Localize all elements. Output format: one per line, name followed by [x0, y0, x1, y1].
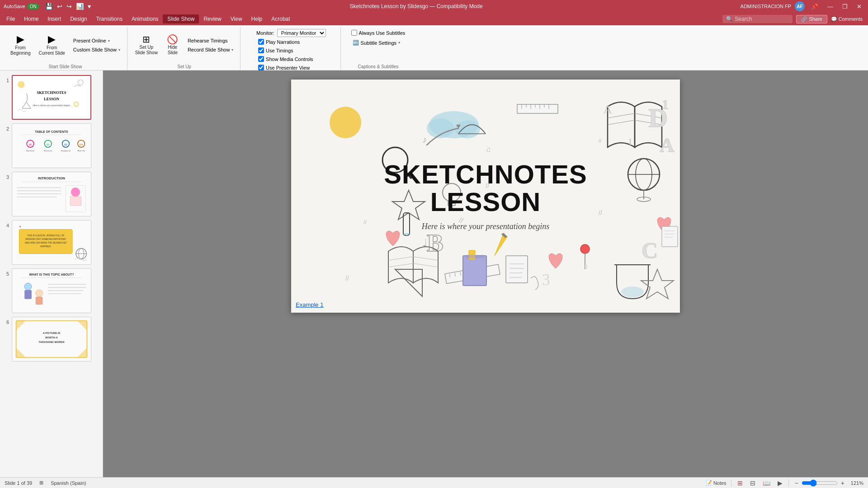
show-media-controls-checkbox[interactable]: Show Media Controls — [256, 55, 315, 63]
language-label: Spanish (Spain) — [51, 480, 86, 486]
svg-text:TABLE OF CONTENTS: TABLE OF CONTENTS — [35, 130, 68, 133]
present-online-button[interactable]: Present Online ▾ — [70, 37, 123, 45]
document-title: Sketchnotes Lesson by Slidesgo — Compati… — [92, 3, 741, 9]
ribbon-toggle-button[interactable]: 📌 — [808, 2, 821, 11]
slide-thumb-content-3: INTRODUCTION — [12, 172, 91, 216]
from-current-slide-button[interactable]: ▶ FromCurrent Slide — [35, 32, 68, 58]
search-input[interactable] — [735, 16, 789, 22]
user-avatar[interactable]: AF — [795, 1, 805, 11]
slide-num-2: 2 — [3, 126, 9, 131]
menu-home[interactable]: Home — [19, 14, 43, 23]
menu-slideshow[interactable]: Slide Show — [163, 14, 199, 23]
slide-thumb-content-4: ♥ THIS IS A QUOTE. WORDS FULL OF WISDOM … — [12, 221, 91, 264]
show-media-controls-input[interactable] — [258, 56, 264, 62]
zoom-slider[interactable] — [802, 479, 838, 487]
menu-help[interactable]: Help — [247, 14, 267, 23]
slide-item-5[interactable]: 5 WHAT IS THIS TOPIC ABOUT? — [2, 267, 101, 314]
status-right-area: 📝 Notes ⊞ ⊟ 📖 ▶ − + 121% — [706, 479, 863, 487]
slide-item-2[interactable]: 2 TABLE OF CONTENTS 01 02 03 04 Narr — [2, 122, 101, 169]
use-timings-input[interactable] — [258, 47, 264, 53]
menu-acrobat[interactable]: Acrobat — [267, 14, 294, 23]
close-button[interactable]: ✕ — [854, 2, 864, 11]
monitor-select[interactable]: Primary Monitor — [277, 29, 326, 37]
slide-thumb-content-2: TABLE OF CONTENTS 01 02 03 04 Narrations… — [12, 124, 91, 168]
slide-item-4[interactable]: 4 ♥ THIS IS A QUOTE. WORDS FULL OF WISDO… — [2, 219, 101, 266]
search-bar[interactable]: 🔍 — [722, 15, 793, 23]
autosave-toggle[interactable]: ON — [27, 4, 39, 9]
captions-subtitles-label: Captions & Subtitles — [358, 63, 398, 70]
restore-button[interactable]: ❐ — [840, 2, 850, 11]
menu-animations[interactable]: Animations — [127, 14, 163, 23]
svg-text:A PICTURE IS: A PICTURE IS — [43, 332, 61, 334]
always-use-subtitles-input[interactable] — [351, 30, 357, 36]
main-content: 1 SKETCHNOTES LESSON Here is where your … — [0, 70, 868, 477]
slide-thumb-content-6: A PICTURE IS WORTH A THOUSAND WORDS — [12, 317, 91, 361]
customize-qa-button[interactable]: ▾ — [86, 3, 92, 10]
svg-marker-50 — [16, 321, 26, 331]
menu-insert[interactable]: Insert — [43, 14, 66, 23]
menu-review[interactable]: Review — [199, 14, 226, 23]
slide-thumb-2[interactable]: TABLE OF CONTENTS 01 02 03 04 Narrations… — [12, 123, 91, 168]
normal-view-button[interactable]: ⊞ — [736, 479, 744, 487]
slide-item-6[interactable]: 6 A PICTURE IS WORTH A THOUSAND WORDS — [2, 316, 101, 362]
share-button[interactable]: 🔗 Share — [796, 15, 827, 23]
svg-text:WHAT IS THIS TOPIC ABOUT?: WHAT IS THIS TOPIC ABOUT? — [29, 273, 74, 276]
slide-content-area[interactable]: SKETCHNOTESLESSON Here is where your pre… — [291, 80, 680, 313]
notes-button[interactable]: 📝 Notes — [706, 480, 726, 486]
svg-text:♥: ♥ — [19, 225, 21, 228]
svg-text:WORTH A: WORTH A — [45, 336, 58, 339]
save-button[interactable]: 💾 — [44, 3, 54, 10]
menu-design[interactable]: Design — [66, 14, 91, 23]
always-use-subtitles-checkbox[interactable]: Always Use Subtitles — [349, 29, 407, 37]
notes-icon: 📝 — [706, 480, 712, 486]
redo-button[interactable]: ↪ — [65, 3, 73, 10]
slide-thumb-4[interactable]: ♥ THIS IS A QUOTE. WORDS FULL OF WISDOM … — [12, 220, 91, 265]
slide-canvas[interactable]: ♪ ♫ ♩ D A — [291, 80, 680, 313]
comments-button[interactable]: 💬 Comments — [827, 15, 866, 23]
menu-file[interactable]: File — [2, 14, 19, 23]
setup-dropdown-col: Rehearse Timings Record Slide Show ▾ — [184, 37, 237, 54]
set-up-slide-show-button[interactable]: ⊞ Set UpSlide Show — [132, 33, 161, 58]
play-narrations-checkbox[interactable]: Play Narrations — [256, 38, 302, 46]
start-slideshow-label: Start Slide Show — [48, 63, 82, 70]
use-presenter-view-input[interactable] — [258, 65, 264, 70]
slide-info: Slide 1 of 39 — [5, 480, 32, 486]
slide-item-1[interactable]: 1 SKETCHNOTES LESSON Here is where your … — [2, 74, 101, 121]
menu-transitions[interactable]: Transitions — [92, 14, 127, 23]
menu-view[interactable]: View — [226, 14, 247, 23]
presentation-button[interactable]: 📊 — [75, 3, 85, 10]
minimize-button[interactable]: — — [825, 2, 836, 11]
ribbon: ▶ FromBeginning ▶ FromCurrent Slide Pres… — [0, 25, 868, 70]
slide-num-5: 5 — [3, 271, 9, 277]
svg-point-6 — [74, 102, 79, 107]
subtitle-settings-button[interactable]: 🔤 Subtitle Settings ▾ — [349, 38, 404, 47]
undo-button[interactable]: ↩ — [56, 3, 64, 10]
svg-text:04: 04 — [80, 143, 83, 146]
svg-rect-25 — [70, 197, 81, 206]
monitor-label: Monitor: — [256, 30, 274, 36]
from-beginning-button[interactable]: ▶ FromBeginning — [7, 32, 33, 58]
rehearse-timings-button[interactable]: Rehearse Timings — [184, 37, 237, 45]
svg-marker-51 — [77, 321, 87, 331]
reading-view-button[interactable]: 📖 — [761, 479, 772, 487]
ribbon-group-monitors: Monitor: Primary Monitor Play Narrations… — [241, 27, 341, 70]
slide-thumb-6[interactable]: A PICTURE IS WORTH A THOUSAND WORDS — [12, 317, 91, 361]
slide-thumb-1[interactable]: SKETCHNOTES LESSON Here is where your pr… — [12, 75, 91, 120]
play-narrations-input[interactable] — [258, 39, 264, 45]
slide-item-3[interactable]: 3 INTRODUCTION — [2, 171, 101, 217]
zoom-in-button[interactable]: + — [840, 479, 846, 487]
slideshow-view-button[interactable]: ▶ — [776, 479, 784, 487]
use-timings-checkbox[interactable]: Use Timings — [256, 47, 295, 54]
slide-thumb-content-1: SKETCHNOTES LESSON Here is where your pr… — [13, 76, 90, 119]
slide-sorter-button[interactable]: ⊟ — [749, 479, 757, 487]
record-slide-show-button[interactable]: Record Slide Show ▾ — [184, 46, 237, 54]
slide-thumb-3[interactable]: INTRODUCTION — [12, 172, 91, 216]
hide-slide-button[interactable]: 🚫 HideSlide — [163, 33, 183, 58]
svg-rect-44 — [36, 297, 43, 305]
zoom-out-button[interactable]: − — [793, 479, 800, 487]
hide-label: HideSlide — [168, 45, 178, 56]
example-link[interactable]: Example 1 — [296, 301, 323, 308]
slide-thumb-5[interactable]: WHAT IS THIS TOPIC ABOUT? — [12, 268, 91, 313]
custom-slide-show-button[interactable]: Custom Slide Show ▾ — [70, 46, 123, 54]
slide-panel[interactable]: 1 SKETCHNOTES LESSON Here is where your … — [0, 70, 103, 477]
